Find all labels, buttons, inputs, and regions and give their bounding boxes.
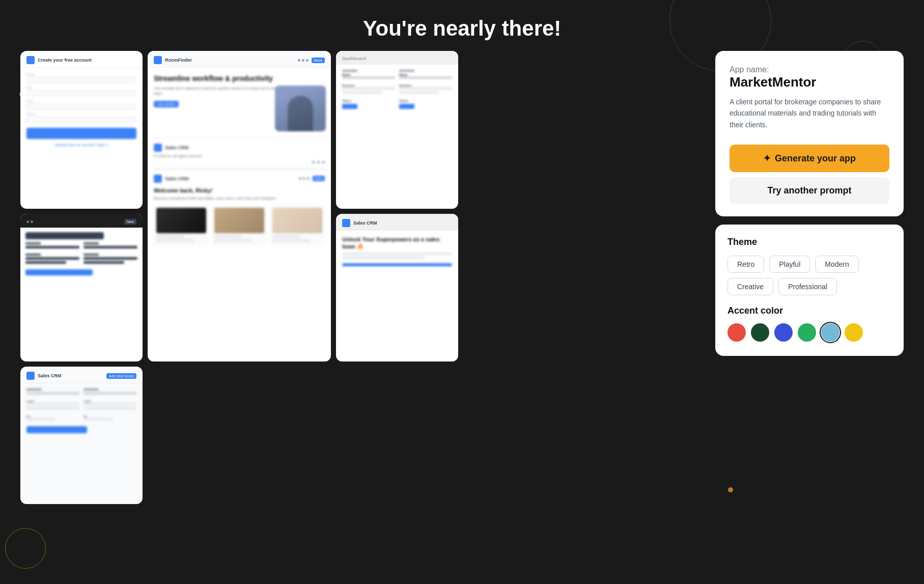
color-swatch-yellow[interactable] <box>845 323 863 342</box>
preview-mosaic: Create your free account Email First Las… <box>20 51 700 569</box>
theme-playful[interactable]: Playful <box>769 256 810 273</box>
right-panel: App name: MarketMentor A client portal f… <box>715 51 904 569</box>
color-swatch-blue[interactable] <box>774 323 793 342</box>
color-swatch-green[interactable] <box>798 323 816 342</box>
generate-button-label: Generate your app <box>775 153 856 164</box>
theme-card: Theme Retro Playful Modern Creative Prof… <box>715 225 904 356</box>
app-name-label: App name: <box>730 65 889 74</box>
theme-retro[interactable]: Retro <box>727 256 764 273</box>
page-title: You're nearly there! <box>0 0 924 41</box>
mockup-card-2: RoomFinder Book Streamline workflow & pr… <box>148 51 331 361</box>
try-prompt-button[interactable]: Try another prompt <box>730 177 889 204</box>
mockup-card-3: Dashboard Name Name <box>336 51 458 209</box>
theme-creative[interactable]: Creative <box>727 278 773 295</box>
mockup-card-6: Sales CRM Add new record <box>20 367 143 504</box>
theme-options: Retro Playful Modern Creative Profession… <box>727 256 891 295</box>
sparkle-icon: ✦ <box>763 153 771 164</box>
color-swatches <box>727 323 891 342</box>
color-swatch-light-blue[interactable] <box>821 323 839 342</box>
try-prompt-button-label: Try another prompt <box>767 185 851 196</box>
mockup-card-1: Create your free account Email First Las… <box>20 51 143 209</box>
theme-section-title: Theme <box>727 237 891 247</box>
app-info-card: App name: MarketMentor A client portal f… <box>715 51 904 216</box>
theme-professional[interactable]: Professional <box>778 278 837 295</box>
generate-button[interactable]: ✦ Generate your app <box>730 145 889 172</box>
color-swatch-orange[interactable] <box>727 323 746 342</box>
mockup-card-5: Sales CRM Unlock Your Superpowers as a s… <box>336 214 458 361</box>
mockup-card-4: New <box>20 214 143 361</box>
app-description: A client portal for brokerage companies … <box>730 96 889 130</box>
theme-modern[interactable]: Modern <box>815 256 858 273</box>
accent-section-title: Accent color <box>727 305 891 316</box>
app-name-value: MarketMentor <box>730 74 889 90</box>
color-swatch-dark-green[interactable] <box>751 323 769 342</box>
